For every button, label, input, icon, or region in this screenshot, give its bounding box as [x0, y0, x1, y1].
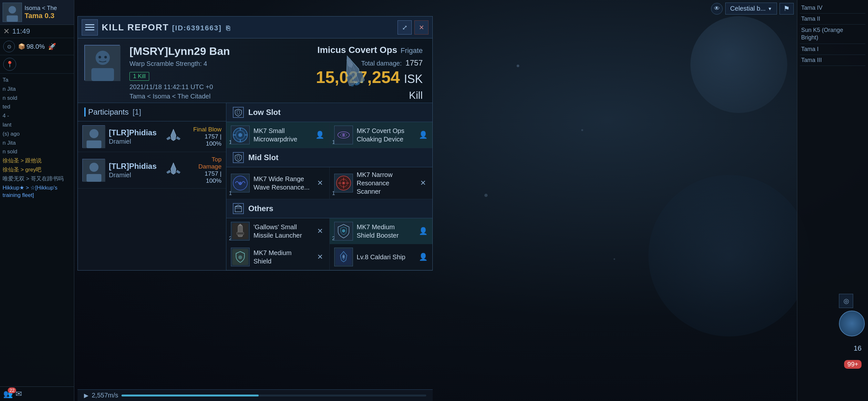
- chat-4: 4 -: [3, 112, 71, 120]
- low-slot-item-1-icon: [231, 126, 250, 144]
- character-header: Isoma < The Tama 0.3: [0, 0, 74, 25]
- notification-row: 👥 22 ✉: [0, 387, 74, 401]
- avatar-image: [3, 3, 22, 22]
- copy-icon[interactable]: ⎘: [226, 25, 230, 32]
- radar-icon[interactable]: [839, 311, 865, 336]
- level-badge-wrapper: 99+: [844, 360, 862, 369]
- people-icon-wrapper: 👥 22: [3, 390, 13, 398]
- panel-title: KILL REPORT [ID:6391663] ⎘: [102, 22, 394, 33]
- others-item-3-name: MK7 Medium Shield: [253, 249, 311, 266]
- low-slot-item-1-action[interactable]: 👤: [315, 130, 325, 140]
- hamburger-line-1: [85, 24, 94, 25]
- others-item-4-name: Lv.8 Caldari Ship: [357, 253, 414, 261]
- others-item-2-action[interactable]: 👤: [418, 226, 428, 236]
- close-button[interactable]: ✕: [3, 27, 10, 36]
- participant-1-name: [TLR]Phidias: [109, 128, 157, 137]
- stat-row: ⊙ 📦 98.0% 🚀: [0, 38, 74, 55]
- svg-rect-55: [237, 232, 244, 235]
- speed-icon: ▶: [84, 392, 89, 399]
- external-link-button[interactable]: ⤢: [398, 20, 412, 35]
- svg-marker-28: [176, 170, 181, 174]
- victim-warp-scramble: Warp Scramble Strength: 4: [129, 60, 303, 67]
- chat-user3: 唯爱无双 > 哥又在蹄书吗: [3, 175, 71, 183]
- slots-panel: Low Slot 1: [226, 103, 432, 270]
- others-header: Others: [226, 199, 432, 218]
- svg-point-31: [238, 133, 242, 137]
- speed-value: 2,557m/s: [92, 392, 118, 399]
- others-item-1-name: 'Gallows' Small Missile Launcher: [253, 223, 311, 240]
- filter-button[interactable]: ⚑: [779, 3, 794, 14]
- ship-icon: 🚀: [48, 42, 56, 50]
- hamburger-button[interactable]: [82, 19, 98, 35]
- svg-point-44: [342, 182, 345, 184]
- character-location: Tama 0.3: [25, 11, 71, 20]
- target-icon[interactable]: ◎: [839, 294, 853, 308]
- others-item-2-name: MK7 Medium Shield Booster: [357, 223, 414, 240]
- kill-badge-row: 1 Kill: [129, 72, 303, 81]
- participant-2-info: [TLR]Phidias Dramiel: [109, 162, 157, 179]
- svg-marker-21: [166, 136, 171, 140]
- svg-marker-20: [171, 129, 176, 141]
- hamburger-line-2: [85, 27, 94, 28]
- mid-slot-category: Mid Slot 1 MK7 Wide Range Wav: [226, 148, 432, 199]
- map-control[interactable]: 📍: [0, 55, 74, 73]
- low-slot-items: 1 MK7 Small M: [226, 122, 432, 148]
- low-slot-name: Low Slot: [248, 108, 281, 117]
- mail-icon: ✉: [16, 390, 22, 398]
- participant-row-2: [TLR]Phidias Dramiel Top Damage: [78, 152, 226, 189]
- filter-icon: ⚑: [783, 4, 790, 13]
- svg-rect-25: [87, 174, 101, 182]
- victim-avatar-svg: [85, 45, 120, 81]
- mid-slot-item-2-close[interactable]: ✕: [418, 178, 428, 188]
- mid-slot-icon: [233, 152, 244, 163]
- svg-rect-19: [87, 141, 101, 148]
- others-name: Others: [248, 204, 273, 213]
- system-tama-ii[interactable]: Tama II: [800, 13, 865, 25]
- mid-slot-item-1-name: MK7 Wide Range Wave Resonance...: [253, 175, 311, 191]
- planet-visual: [690, 16, 787, 113]
- svg-point-39: [342, 134, 345, 136]
- celestial-button[interactable]: Celestial b... ▼: [725, 3, 777, 14]
- low-slot-header: Low Slot: [226, 103, 432, 122]
- speed-fill: [121, 395, 259, 397]
- sidebar-toolbar: ✕ 11:49: [0, 25, 74, 38]
- svg-point-58: [238, 255, 242, 259]
- participant-1-info: [TLR]Phidias Dramiel: [109, 128, 157, 145]
- svg-rect-49: [235, 207, 242, 212]
- others-item-3: MK7 Medium Shield ✕: [226, 244, 330, 270]
- system-tama-iii[interactable]: Tama III: [800, 55, 865, 66]
- isk-unit: ISK: [404, 72, 423, 86]
- left-sidebar: Isoma < The Tama 0.3 ✕ 11:49 ⊙ 📦 98.0% 🚀…: [0, 0, 74, 401]
- others-item-1-close[interactable]: ✕: [315, 226, 325, 236]
- chat-user1: 徐仙圣 > 跟他说: [3, 157, 71, 165]
- svg-point-1: [8, 6, 16, 13]
- mid-slot-name: Mid Slot: [248, 153, 278, 162]
- participant-row-1: [TLR]Phidias Dramiel Final Blow: [78, 121, 226, 152]
- section-accent: [84, 107, 86, 117]
- map-dot: [581, 129, 583, 131]
- system-tama-iv[interactable]: Tama IV: [800, 3, 865, 13]
- close-panel-button[interactable]: ✕: [414, 20, 429, 35]
- participants-panel: Participants [1] [TLR]Phidias Dramiel: [78, 103, 226, 270]
- participant-2-ship: Dramiel: [109, 172, 157, 179]
- others-item-3-close[interactable]: ✕: [315, 252, 325, 262]
- mid-slot-item-1-close[interactable]: ✕: [315, 178, 325, 188]
- low-slot-item-2-icon: [334, 126, 353, 144]
- svg-marker-27: [166, 170, 171, 174]
- low-slot-item-2-action[interactable]: 👤: [418, 130, 428, 140]
- low-slot-icon: [233, 107, 244, 118]
- system-sun-k5[interactable]: Sun K5 (OrangeBright): [800, 25, 865, 44]
- mid-slot-header: Mid Slot: [226, 148, 432, 167]
- kill-location: Tama < Isoma < The Citadel: [129, 93, 303, 100]
- others-item-4-icon: 8: [334, 248, 353, 266]
- low-slot-item-1-name: MK7 Small Microwarpdrive: [253, 127, 311, 143]
- panel-actions: ⤢ ✕: [398, 20, 429, 35]
- svg-point-15: [98, 56, 101, 58]
- eye-icon[interactable]: 👁: [711, 3, 723, 14]
- external-link-icon: ⤢: [402, 24, 407, 31]
- map-pin-icon[interactable]: 📍: [3, 58, 16, 71]
- others-item-4-action[interactable]: 👤: [418, 252, 428, 262]
- system-tama-i[interactable]: Tama I: [800, 44, 865, 55]
- caldari-ship-icon: 8: [336, 249, 352, 265]
- svg-rect-14: [91, 68, 114, 81]
